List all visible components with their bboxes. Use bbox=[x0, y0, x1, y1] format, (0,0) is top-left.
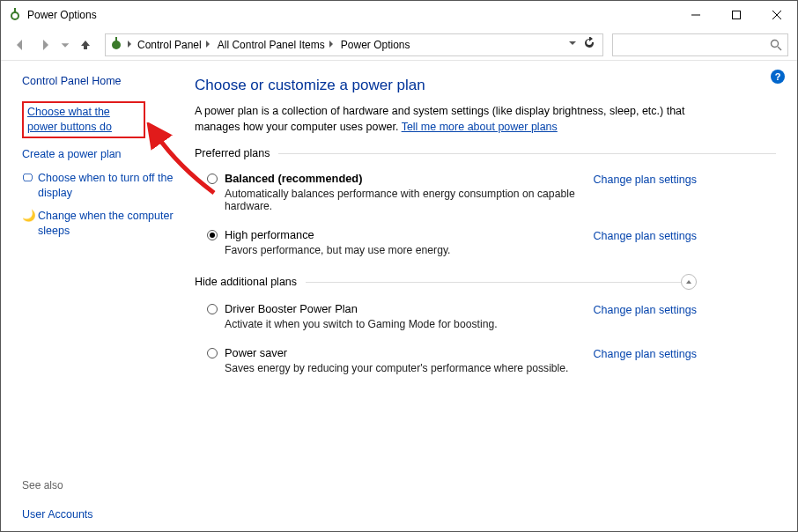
power-options-icon bbox=[109, 36, 123, 53]
svg-point-9 bbox=[772, 40, 779, 47]
display-icon: 🖵 bbox=[22, 171, 33, 201]
see-also-user-accounts[interactable]: User Accounts bbox=[22, 507, 174, 522]
sidebar-link-turn-off-display[interactable]: 🖵 Choose when to turn off the display bbox=[22, 171, 174, 201]
recent-dropdown[interactable] bbox=[59, 34, 71, 55]
sidebar-link-power-buttons[interactable]: Choose what the power buttons do bbox=[27, 105, 140, 135]
svg-line-10 bbox=[778, 47, 781, 50]
moon-icon: 🌙 bbox=[22, 209, 33, 239]
tell-me-more-link[interactable]: Tell me more about power plans bbox=[402, 121, 558, 133]
help-icon[interactable]: ? bbox=[771, 70, 785, 84]
change-plan-settings-link[interactable]: Change plan settings bbox=[594, 348, 697, 360]
minimize-button[interactable] bbox=[676, 1, 716, 29]
breadcrumb-item[interactable]: Power Options bbox=[339, 39, 412, 51]
plan-power-saver[interactable]: Power saver Saves energy by reducing you… bbox=[195, 343, 697, 387]
main-content: Choose or customize a power plan A power… bbox=[186, 61, 797, 531]
hide-additional-heading[interactable]: Hide additional plans bbox=[195, 276, 681, 288]
sidebar-home-link[interactable]: Control Panel Home bbox=[22, 75, 174, 87]
radio-unchecked[interactable] bbox=[207, 348, 218, 358]
change-plan-settings-link[interactable]: Change plan settings bbox=[594, 304, 697, 316]
change-plan-settings-link[interactable]: Change plan settings bbox=[594, 230, 697, 242]
change-plan-settings-link[interactable]: Change plan settings bbox=[594, 174, 697, 186]
maximize-button[interactable] bbox=[716, 1, 757, 29]
radio-checked[interactable] bbox=[207, 230, 218, 240]
svg-rect-1 bbox=[14, 8, 16, 13]
chevron-right-icon bbox=[125, 39, 134, 51]
svg-rect-4 bbox=[733, 11, 741, 19]
forward-button[interactable] bbox=[34, 34, 55, 55]
chevron-down-icon[interactable] bbox=[567, 38, 578, 51]
see-also-heading: See also bbox=[22, 479, 174, 491]
close-button[interactable] bbox=[757, 1, 797, 29]
toolbar: Control Panel All Control Panel Items Po… bbox=[1, 29, 797, 61]
up-button[interactable] bbox=[75, 34, 96, 55]
svg-rect-8 bbox=[115, 37, 117, 42]
plan-high-performance[interactable]: High performance Favors performance, but… bbox=[195, 225, 697, 269]
title-bar: Power Options bbox=[1, 1, 797, 29]
sidebar-link-sleep[interactable]: 🌙 Change when the computer sleeps bbox=[22, 209, 174, 239]
plan-balanced[interactable]: Balanced (recommended) Automatically bal… bbox=[195, 168, 697, 225]
page-title: Choose or customize a power plan bbox=[195, 77, 776, 94]
address-bar[interactable]: Control Panel All Control Panel Items Po… bbox=[105, 33, 603, 56]
plan-driver-booster[interactable]: Driver Booster Power Plan Activate it wh… bbox=[195, 299, 697, 343]
refresh-icon[interactable] bbox=[583, 37, 595, 52]
radio-unchecked[interactable] bbox=[207, 304, 218, 314]
svg-point-2 bbox=[12, 13, 18, 18]
window-title: Power Options bbox=[27, 9, 97, 21]
search-icon bbox=[770, 39, 782, 51]
power-options-icon bbox=[8, 7, 22, 24]
breadcrumb-item[interactable]: Control Panel bbox=[136, 39, 214, 51]
breadcrumb-item[interactable]: All Control Panel Items bbox=[216, 39, 337, 51]
preferred-plans-heading: Preferred plans bbox=[195, 147, 776, 159]
sidebar-link-create-plan[interactable]: Create a power plan bbox=[22, 147, 174, 162]
collapse-icon[interactable] bbox=[681, 274, 697, 290]
sidebar: Control Panel Home Choose what the power… bbox=[1, 61, 186, 531]
highlighted-callout: Choose what the power buttons do bbox=[22, 101, 145, 138]
radio-unchecked[interactable] bbox=[207, 174, 218, 184]
back-button[interactable] bbox=[10, 34, 31, 55]
page-description: A power plan is a collection of hardware… bbox=[195, 103, 688, 135]
search-input[interactable] bbox=[612, 33, 788, 56]
